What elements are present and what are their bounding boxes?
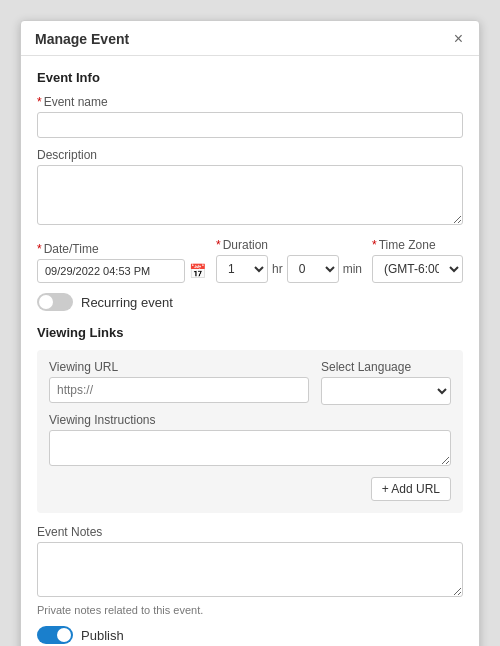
select-language-label: Select Language: [321, 360, 451, 374]
recurring-slider: [37, 293, 73, 311]
datetime-label: *Date/Time: [37, 242, 206, 256]
datetime-required-star: *: [37, 242, 42, 256]
viewing-instructions-textarea[interactable]: [49, 430, 451, 466]
description-field-group: Description: [37, 148, 463, 228]
timezone-required-star: *: [372, 238, 377, 252]
duration-hr-select[interactable]: 1 2 3 4: [216, 255, 268, 283]
manage-event-modal: Manage Event × Event Info *Event name De…: [20, 20, 480, 646]
viewing-url-input[interactable]: [49, 377, 309, 403]
event-name-required-star: *: [37, 95, 42, 109]
event-notes-label: Event Notes: [37, 525, 463, 539]
duration-label: *Duration: [216, 238, 362, 252]
date-time-field: *Date/Time 📅: [37, 242, 206, 283]
calendar-icon[interactable]: 📅: [189, 263, 206, 279]
publish-toggle[interactable]: [37, 626, 73, 644]
event-name-field-group: *Event name: [37, 95, 463, 138]
viewing-links-section-title: Viewing Links: [37, 325, 463, 340]
event-name-input[interactable]: [37, 112, 463, 138]
event-notes-textarea[interactable]: [37, 542, 463, 597]
viewing-links-row: Viewing URL Select Language English Span…: [49, 360, 451, 405]
viewing-links-section: Viewing URL Select Language English Span…: [37, 350, 463, 513]
description-label: Description: [37, 148, 463, 162]
viewing-instructions-field: Viewing Instructions: [49, 413, 451, 469]
duration-input-group: 1 2 3 4 hr 0 15 30 45 min: [216, 255, 362, 283]
event-notes-field-group: Event Notes Private notes related to thi…: [37, 525, 463, 616]
modal-title: Manage Event: [35, 31, 129, 47]
duration-field: *Duration 1 2 3 4 hr 0 15 30 45: [216, 238, 362, 283]
viewing-url-field: Viewing URL: [49, 360, 309, 405]
event-name-label: *Event name: [37, 95, 463, 109]
language-select[interactable]: English Spanish French: [321, 377, 451, 405]
modal-body: Event Info *Event name Description *Date…: [21, 56, 479, 646]
publish-label: Publish: [81, 628, 124, 643]
viewing-url-label: Viewing URL: [49, 360, 309, 374]
viewing-instructions-label: Viewing Instructions: [49, 413, 451, 427]
add-url-row: + Add URL: [49, 477, 451, 501]
description-textarea[interactable]: [37, 165, 463, 225]
recurring-label: Recurring event: [81, 295, 173, 310]
timezone-label: *Time Zone: [372, 238, 463, 252]
min-label: min: [343, 262, 362, 276]
hr-label: hr: [272, 262, 283, 276]
timezone-field: *Time Zone (GMT-6:00) Mountain Tim (GMT-…: [372, 238, 463, 283]
modal-close-button[interactable]: ×: [452, 31, 465, 47]
date-input[interactable]: [37, 259, 185, 283]
modal-header: Manage Event ×: [21, 21, 479, 56]
event-info-section-title: Event Info: [37, 70, 463, 85]
event-notes-helper: Private notes related to this event.: [37, 604, 463, 616]
timezone-select[interactable]: (GMT-6:00) Mountain Tim (GMT-5:00) Centr…: [372, 255, 463, 283]
recurring-toggle[interactable]: [37, 293, 73, 311]
datetime-row: *Date/Time 📅 *Duration 1 2 3 4: [37, 238, 463, 283]
publish-toggle-row: Publish: [37, 626, 463, 644]
publish-slider: [37, 626, 73, 644]
recurring-toggle-row: Recurring event: [37, 293, 463, 311]
duration-required-star: *: [216, 238, 221, 252]
add-url-button[interactable]: + Add URL: [371, 477, 451, 501]
duration-min-select[interactable]: 0 15 30 45: [287, 255, 339, 283]
datetime-input-group: 📅: [37, 259, 206, 283]
select-language-field: Select Language English Spanish French: [321, 360, 451, 405]
